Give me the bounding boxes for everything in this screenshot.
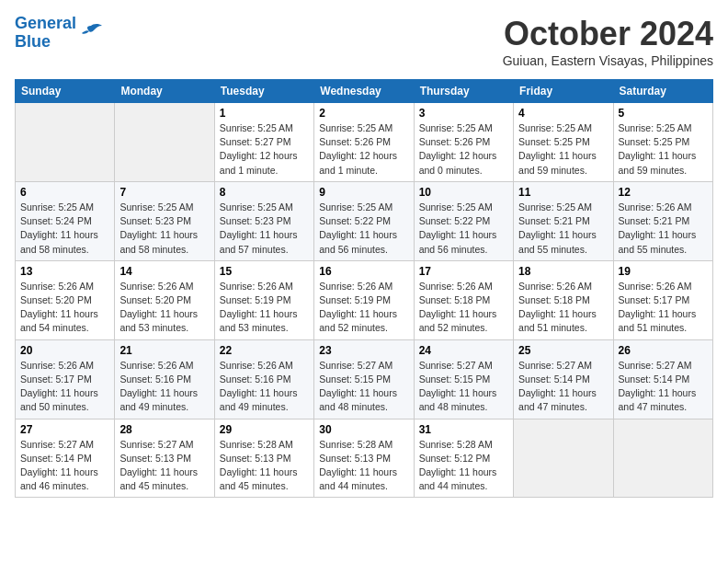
day-number: 29 (220, 423, 309, 436)
day-number: 28 (119, 423, 209, 436)
week-row-5: 27Sunrise: 5:27 AMSunset: 5:14 PMDayligh… (16, 419, 713, 498)
day-info: Sunrise: 5:25 AMSunset: 5:26 PMDaylight:… (419, 121, 508, 178)
calendar-cell: 29Sunrise: 5:28 AMSunset: 5:13 PMDayligh… (214, 419, 313, 498)
day-info: Sunrise: 5:27 AMSunset: 5:14 PMDaylight:… (518, 359, 608, 415)
weekday-header-row: SundayMondayTuesdayWednesdayThursdayFrid… (16, 80, 713, 103)
day-info: Sunrise: 5:26 AMSunset: 5:18 PMDaylight:… (419, 280, 508, 336)
calendar-cell: 23Sunrise: 5:27 AMSunset: 5:15 PMDayligh… (314, 339, 414, 419)
weekday-header-saturday: Saturday (613, 80, 712, 103)
day-info: Sunrise: 5:27 AMSunset: 5:14 PMDaylight:… (20, 438, 109, 494)
day-number: 9 (319, 186, 408, 199)
calendar-cell: 1Sunrise: 5:25 AMSunset: 5:27 PMDaylight… (214, 103, 313, 182)
calendar-cell: 16Sunrise: 5:26 AMSunset: 5:19 PMDayligh… (314, 260, 414, 339)
day-number: 19 (619, 265, 708, 278)
logo-line2: Blue (15, 32, 51, 51)
page-header: General Blue October 2024 Guiuan, Easter… (15, 15, 713, 68)
weekday-header-friday: Friday (514, 80, 613, 103)
day-number: 18 (518, 265, 608, 278)
calendar-cell (514, 419, 613, 498)
logo: General Blue (15, 15, 104, 52)
calendar-cell: 30Sunrise: 5:28 AMSunset: 5:13 PMDayligh… (314, 419, 414, 498)
day-number: 23 (319, 344, 408, 357)
day-info: Sunrise: 5:25 AMSunset: 5:26 PMDaylight:… (319, 121, 408, 178)
weekday-header-tuesday: Tuesday (214, 80, 313, 103)
calendar-cell (16, 103, 115, 182)
day-number: 30 (319, 423, 408, 436)
weekday-header-wednesday: Wednesday (314, 80, 414, 103)
calendar-cell: 21Sunrise: 5:26 AMSunset: 5:16 PMDayligh… (115, 339, 214, 419)
day-number: 13 (20, 265, 109, 278)
day-info: Sunrise: 5:25 AMSunset: 5:25 PMDaylight:… (619, 121, 708, 178)
day-info: Sunrise: 5:25 AMSunset: 5:23 PMDaylight:… (220, 201, 309, 257)
calendar-cell: 25Sunrise: 5:27 AMSunset: 5:14 PMDayligh… (514, 339, 613, 419)
calendar-cell: 9Sunrise: 5:25 AMSunset: 5:22 PMDaylight… (314, 181, 414, 260)
calendar-cell: 8Sunrise: 5:25 AMSunset: 5:23 PMDaylight… (214, 181, 313, 260)
calendar-cell: 22Sunrise: 5:26 AMSunset: 5:16 PMDayligh… (214, 339, 313, 419)
calendar-cell: 27Sunrise: 5:27 AMSunset: 5:14 PMDayligh… (16, 419, 115, 498)
day-number: 16 (319, 265, 408, 278)
day-info: Sunrise: 5:27 AMSunset: 5:13 PMDaylight:… (119, 438, 209, 494)
calendar-cell: 13Sunrise: 5:26 AMSunset: 5:20 PMDayligh… (16, 260, 115, 339)
day-number: 12 (619, 186, 708, 199)
calendar-cell: 18Sunrise: 5:26 AMSunset: 5:18 PMDayligh… (514, 260, 613, 339)
calendar-cell: 5Sunrise: 5:25 AMSunset: 5:25 PMDaylight… (613, 103, 712, 182)
week-row-1: 1Sunrise: 5:25 AMSunset: 5:27 PMDaylight… (16, 103, 713, 182)
day-number: 10 (419, 186, 508, 199)
title-block: October 2024 Guiuan, Eastern Visayas, Ph… (503, 15, 713, 68)
day-number: 25 (518, 344, 608, 357)
calendar-cell (115, 103, 214, 182)
day-number: 14 (119, 265, 209, 278)
day-number: 20 (20, 344, 109, 357)
calendar-table: SundayMondayTuesdayWednesdayThursdayFrid… (15, 79, 713, 498)
calendar-cell: 2Sunrise: 5:25 AMSunset: 5:26 PMDaylight… (314, 103, 414, 182)
day-info: Sunrise: 5:28 AMSunset: 5:13 PMDaylight:… (220, 438, 309, 494)
calendar-cell: 4Sunrise: 5:25 AMSunset: 5:25 PMDaylight… (514, 103, 613, 182)
day-info: Sunrise: 5:26 AMSunset: 5:17 PMDaylight:… (20, 359, 109, 415)
calendar-cell: 7Sunrise: 5:25 AMSunset: 5:23 PMDaylight… (115, 181, 214, 260)
day-info: Sunrise: 5:27 AMSunset: 5:15 PMDaylight:… (319, 359, 408, 415)
day-number: 3 (419, 107, 508, 120)
day-number: 21 (119, 344, 209, 357)
day-info: Sunrise: 5:26 AMSunset: 5:19 PMDaylight:… (220, 280, 309, 336)
day-number: 11 (518, 186, 608, 199)
day-number: 17 (419, 265, 508, 278)
day-info: Sunrise: 5:26 AMSunset: 5:16 PMDaylight:… (119, 359, 209, 415)
calendar-cell: 3Sunrise: 5:25 AMSunset: 5:26 PMDaylight… (414, 103, 513, 182)
weekday-header-monday: Monday (115, 80, 214, 103)
weekday-header-sunday: Sunday (16, 80, 115, 103)
calendar-cell: 11Sunrise: 5:25 AMSunset: 5:21 PMDayligh… (514, 181, 613, 260)
day-info: Sunrise: 5:25 AMSunset: 5:21 PMDaylight:… (518, 201, 608, 257)
calendar-cell (613, 419, 712, 498)
day-number: 5 (619, 107, 708, 120)
day-info: Sunrise: 5:28 AMSunset: 5:12 PMDaylight:… (419, 438, 508, 494)
logo-bird-icon (78, 22, 104, 44)
weekday-header-thursday: Thursday (414, 80, 513, 103)
day-number: 31 (419, 423, 508, 436)
day-info: Sunrise: 5:26 AMSunset: 5:20 PMDaylight:… (20, 280, 109, 336)
day-info: Sunrise: 5:25 AMSunset: 5:22 PMDaylight:… (419, 201, 508, 257)
day-info: Sunrise: 5:26 AMSunset: 5:19 PMDaylight:… (319, 280, 408, 336)
calendar-cell: 10Sunrise: 5:25 AMSunset: 5:22 PMDayligh… (414, 181, 513, 260)
day-number: 7 (119, 186, 209, 199)
day-number: 4 (518, 107, 608, 120)
calendar-cell: 20Sunrise: 5:26 AMSunset: 5:17 PMDayligh… (16, 339, 115, 419)
day-info: Sunrise: 5:25 AMSunset: 5:25 PMDaylight:… (518, 121, 608, 178)
day-info: Sunrise: 5:27 AMSunset: 5:14 PMDaylight:… (619, 359, 708, 415)
location: Guiuan, Eastern Visayas, Philippines (503, 53, 713, 68)
day-number: 1 (220, 107, 309, 120)
day-info: Sunrise: 5:25 AMSunset: 5:23 PMDaylight:… (119, 201, 209, 257)
calendar-cell: 28Sunrise: 5:27 AMSunset: 5:13 PMDayligh… (115, 419, 214, 498)
day-info: Sunrise: 5:25 AMSunset: 5:27 PMDaylight:… (220, 121, 309, 178)
day-info: Sunrise: 5:25 AMSunset: 5:22 PMDaylight:… (319, 201, 408, 257)
day-number: 22 (220, 344, 309, 357)
logo-text: General Blue (15, 15, 76, 52)
calendar-cell: 17Sunrise: 5:26 AMSunset: 5:18 PMDayligh… (414, 260, 513, 339)
week-row-2: 6Sunrise: 5:25 AMSunset: 5:24 PMDaylight… (16, 181, 713, 260)
day-number: 8 (220, 186, 309, 199)
day-number: 24 (419, 344, 508, 357)
day-info: Sunrise: 5:26 AMSunset: 5:16 PMDaylight:… (220, 359, 309, 415)
day-number: 26 (619, 344, 708, 357)
day-info: Sunrise: 5:25 AMSunset: 5:24 PMDaylight:… (20, 201, 109, 257)
day-number: 6 (20, 186, 109, 199)
day-info: Sunrise: 5:26 AMSunset: 5:18 PMDaylight:… (518, 280, 608, 336)
